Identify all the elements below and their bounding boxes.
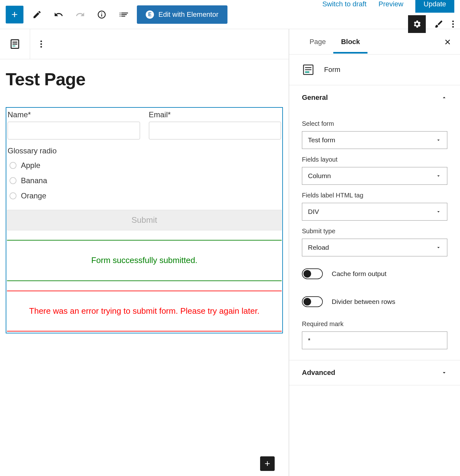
select-form-dropdown[interactable]: Test form [302,131,447,149]
top-toolbar: + E Edit with Elementor [0,0,460,29]
svg-point-0 [452,20,454,22]
error-message: There was an error trying to submit form… [7,291,282,332]
page-title[interactable]: Test Page [6,69,283,89]
svg-point-2 [452,26,454,28]
switch-to-draft-button[interactable]: Switch to draft [322,0,366,8]
fields-layout-label: Fields layout [302,156,447,163]
tab-page[interactable]: Page [302,30,333,54]
name-field-label: Name* [8,110,140,119]
document-icon[interactable] [0,29,30,59]
elementor-label: Edit with Elementor [158,10,219,19]
submit-button[interactable]: Submit [7,210,282,230]
chevron-down-icon [436,137,441,143]
email-field-label: Email* [149,110,281,119]
chevron-down-icon [436,173,441,179]
styles-icon[interactable] [434,19,444,29]
radio-option[interactable]: Apple [8,158,281,173]
success-message: Form successfully submitted. [7,240,282,281]
svg-point-9 [41,46,42,48]
update-button[interactable]: Update [415,0,454,13]
block-name: Form [324,66,340,74]
block-options-icon[interactable] [30,29,52,59]
required-mark-input[interactable] [302,331,447,349]
chevron-down-icon [441,370,447,376]
tab-block[interactable]: Block [333,30,367,54]
form-block-icon [302,63,315,76]
undo-icon[interactable] [51,7,67,23]
redo-icon [72,7,88,23]
svg-rect-13 [305,71,309,73]
label-tag-label: Fields label HTML tag [302,192,447,199]
svg-point-1 [452,23,454,25]
settings-sidebar: Page Block ✕ Form General Select form [289,29,460,476]
submit-type-label: Submit type [302,228,447,235]
radio-icon [10,162,16,169]
chevron-up-icon [441,94,447,101]
radio-icon [10,177,16,184]
list-view-icon[interactable] [115,7,131,23]
divider-toggle[interactable] [302,296,323,307]
advanced-panel-toggle[interactable]: Advanced [289,360,460,385]
divider-label: Divider between rows [332,298,395,306]
fields-layout-dropdown[interactable]: Column [302,167,447,185]
label-tag-dropdown[interactable]: DIV [302,203,447,221]
edit-icon[interactable] [29,7,45,23]
form-block[interactable]: Name* Email* Glossary radio Apple Banana… [6,107,283,333]
info-icon[interactable] [94,7,110,23]
required-mark-label: Required mark [302,320,447,328]
select-form-label: Select form [302,120,447,127]
editor-canvas[interactable]: Test Page Name* Email* Glossary ra [0,59,289,476]
add-block-button[interactable]: + [260,456,275,471]
radio-option[interactable]: Orange [8,188,281,203]
edit-with-elementor-button[interactable]: E Edit with Elementor [137,5,227,24]
name-input[interactable] [8,122,140,139]
general-panel-toggle[interactable]: General [289,85,460,110]
close-icon[interactable]: ✕ [444,37,451,47]
radio-icon [10,192,16,199]
more-options-icon[interactable] [452,19,454,29]
cache-form-toggle[interactable] [302,268,323,279]
radio-group-label: Glossary radio [8,146,281,155]
cache-form-label: Cache form output [332,270,387,278]
submit-type-dropdown[interactable]: Reload [302,239,447,256]
chevron-down-icon [436,209,441,215]
add-block-toggle-button[interactable]: + [6,6,23,23]
radio-option[interactable]: Banana [8,173,281,188]
chevron-down-icon [436,245,441,250]
document-toolbar [0,29,289,59]
svg-point-8 [41,43,42,45]
preview-button[interactable]: Preview [379,0,403,8]
email-input[interactable] [149,122,281,139]
elementor-icon: E [146,10,154,19]
svg-point-7 [41,41,42,42]
